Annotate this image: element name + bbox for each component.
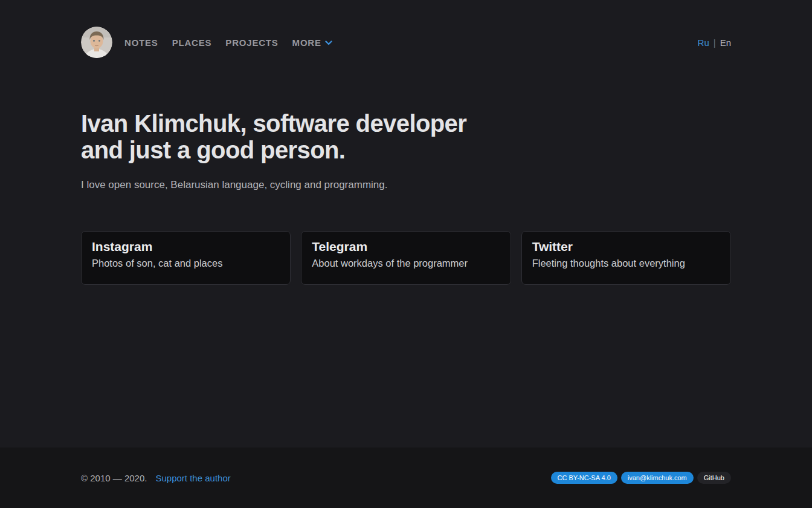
page-title-line2: and just a good person.: [81, 137, 345, 163]
card-title: Twitter: [532, 239, 720, 254]
nav-item-places[interactable]: PLACES: [172, 37, 212, 48]
site-header: NOTES PLACES PROJECTS MORE Ru | En: [81, 0, 731, 58]
footer-badges: CC BY-NC-SA 4.0 ivan@klimchuk.com GitHub: [551, 472, 731, 484]
content-spacer: [0, 285, 812, 448]
site-footer: © 2010 — 2020. Support the author CC BY-…: [0, 448, 812, 508]
hero-subtitle: I love open source, Belarusian language,…: [81, 179, 731, 191]
card-description: Photos of son, cat and places: [92, 258, 280, 269]
main-nav: NOTES PLACES PROJECTS MORE: [124, 37, 332, 48]
card-instagram[interactable]: Instagram Photos of son, cat and places: [81, 231, 291, 285]
language-separator: |: [714, 37, 716, 48]
nav-item-projects[interactable]: PROJECTS: [225, 37, 278, 48]
support-author-link[interactable]: Support the author: [155, 473, 230, 483]
card-twitter[interactable]: Twitter Fleeting thoughts about everythi…: [521, 231, 731, 285]
language-option-ru[interactable]: Ru: [698, 37, 709, 48]
hero-section: Ivan Klimchuk, software developerand jus…: [81, 110, 731, 191]
nav-item-more-label: MORE: [292, 37, 321, 48]
license-badge[interactable]: CC BY-NC-SA 4.0: [551, 472, 617, 484]
card-description: About workdays of the programmer: [312, 258, 500, 269]
github-badge[interactable]: GitHub: [697, 472, 731, 484]
card-title: Instagram: [92, 239, 280, 254]
copyright-text: © 2010 — 2020.: [81, 473, 147, 483]
language-option-en[interactable]: En: [720, 37, 731, 48]
nav-item-more[interactable]: MORE: [292, 37, 332, 48]
email-badge[interactable]: ivan@klimchuk.com: [621, 472, 694, 484]
chevron-down-icon: [325, 41, 332, 45]
card-description: Fleeting thoughts about everything: [532, 258, 720, 269]
card-title: Telegram: [312, 239, 500, 254]
language-switcher: Ru | En: [698, 37, 731, 48]
social-cards: Instagram Photos of son, cat and places …: [81, 231, 731, 285]
card-telegram[interactable]: Telegram About workdays of the programme…: [301, 231, 511, 285]
nav-item-notes[interactable]: NOTES: [124, 37, 158, 48]
page-title-line1: Ivan Klimchuk, software developer: [81, 110, 466, 137]
main-content: Ivan Klimchuk, software developerand jus…: [81, 58, 731, 285]
avatar-portrait-image: [81, 27, 112, 58]
avatar[interactable]: [81, 27, 112, 58]
page-title: Ivan Klimchuk, software developerand jus…: [81, 110, 731, 163]
